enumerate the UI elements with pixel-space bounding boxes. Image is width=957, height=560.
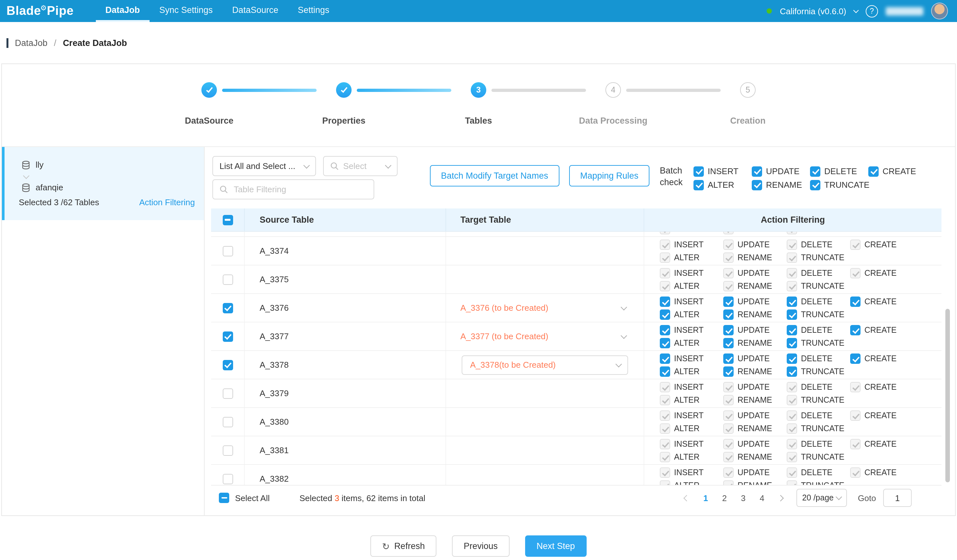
checkbox-delete[interactable] [787,439,797,449]
checkbox-delete[interactable] [787,325,797,335]
checkbox-truncate[interactable] [787,252,797,263]
checkbox-delete[interactable] [787,240,797,250]
checkbox-insert[interactable] [660,439,670,449]
checkbox-create[interactable] [850,325,861,335]
row-checkbox[interactable] [223,303,233,313]
next-page-button[interactable] [772,489,789,506]
checkbox-update[interactable] [723,439,734,449]
row-checkbox[interactable] [223,388,233,399]
select-all-checkbox[interactable] [219,493,229,503]
row-checkbox[interactable] [223,445,233,456]
checkbox-update[interactable] [723,297,734,307]
avatar[interactable] [931,3,948,19]
checkbox-alter[interactable] [660,423,670,434]
checkbox-rename[interactable] [723,281,734,291]
list-mode-select[interactable]: List All and Select ... [212,156,316,176]
vertical-scrollbar[interactable] [945,309,950,482]
checkbox-delete[interactable] [787,353,797,364]
batch-checkbox-create[interactable] [868,166,879,177]
checkbox-truncate[interactable] [787,366,797,377]
table-filter-input[interactable] [232,184,367,195]
checkbox-truncate[interactable] [787,395,797,405]
batch-checkbox-update[interactable] [752,166,762,177]
checkbox-insert[interactable] [660,467,670,478]
batch-modify-target-names-button[interactable]: Batch Modify Target Names [430,165,559,186]
checkbox-insert[interactable] [660,240,670,250]
row-checkbox[interactable] [223,246,233,256]
checkbox-alter[interactable] [660,480,670,485]
checkbox-truncate[interactable] [787,480,797,485]
region-selector[interactable]: California (v0.6.0) [780,6,846,16]
db-pair-panel[interactable]: lly afanqie Selected 3 /62 Tables Action… [2,147,204,220]
checkbox-rename[interactable] [723,252,734,263]
checkbox-alter[interactable] [660,252,670,263]
checkbox-create[interactable] [850,240,861,250]
app-logo[interactable]: Blade⚙Pipe [6,0,74,22]
checkbox-create[interactable] [850,439,861,449]
row-checkbox[interactable] [223,473,233,484]
checkbox-create[interactable] [850,382,861,392]
checkbox-alter[interactable] [660,281,670,291]
breadcrumb-parent[interactable]: DataJob [15,38,47,47]
page-size-select[interactable]: 20 /page [796,489,847,507]
checkbox-create[interactable] [850,268,861,278]
checkbox-insert[interactable] [660,297,670,307]
checkbox-update[interactable] [723,325,734,335]
checkbox-alter[interactable] [660,395,670,405]
row-checkbox[interactable] [223,416,233,427]
nav-item-sync-settings[interactable]: Sync Settings [150,0,223,22]
checkbox-truncate[interactable] [787,338,797,348]
checkbox-create[interactable] [850,297,861,307]
checkbox-rename[interactable] [723,480,734,485]
prev-page-button[interactable] [679,489,695,506]
checkbox-insert[interactable] [660,410,670,421]
checkbox-delete[interactable] [787,268,797,278]
checkbox-update[interactable] [723,467,734,478]
mapping-rules-button[interactable]: Mapping Rules [569,165,649,186]
checkbox-rename[interactable] [723,452,734,462]
checkbox-rename[interactable] [723,338,734,348]
chevron-down-icon[interactable] [853,8,859,13]
checkbox-insert[interactable] [660,353,670,364]
checkbox-alter[interactable] [660,366,670,377]
action-filtering-link[interactable]: Action Filtering [139,197,195,207]
checkbox-truncate[interactable] [787,423,797,434]
batch-checkbox-truncate[interactable] [810,180,820,190]
checkbox-create[interactable] [850,467,861,478]
help-icon[interactable]: ? [866,5,878,17]
page-button-3[interactable]: 3 [735,489,752,506]
checkbox-create[interactable] [850,353,861,364]
checkbox-rename[interactable] [723,232,734,234]
checkbox-update[interactable] [723,410,734,421]
goto-page-input[interactable] [883,489,912,507]
checkbox-delete[interactable] [787,382,797,392]
checkbox-update[interactable] [723,353,734,364]
checkbox-delete[interactable] [787,467,797,478]
checkbox-rename[interactable] [723,309,734,320]
checkbox-truncate[interactable] [787,281,797,291]
checkbox-truncate[interactable] [787,452,797,462]
batch-checkbox-rename[interactable] [752,180,762,190]
target-table-select[interactable]: A_3376 (to be Created) [446,294,644,322]
checkbox-rename[interactable] [723,395,734,405]
page-button-1[interactable]: 1 [697,489,714,506]
row-checkbox[interactable] [223,360,233,370]
checkbox-alter[interactable] [660,232,670,234]
nav-item-datajob[interactable]: DataJob [96,0,150,22]
checkbox-delete[interactable] [787,297,797,307]
checkbox-insert[interactable] [660,325,670,335]
checkbox-rename[interactable] [723,423,734,434]
checkbox-update[interactable] [723,268,734,278]
refresh-button[interactable]: ↻Refresh [370,535,436,557]
page-button-4[interactable]: 4 [754,489,771,506]
previous-button[interactable]: Previous [452,535,509,557]
target-table-select[interactable]: A_3378(to be Created) [462,355,628,374]
checkbox-alter[interactable] [660,338,670,348]
row-checkbox[interactable] [223,274,233,284]
checkbox-insert[interactable] [660,268,670,278]
row-checkbox[interactable] [223,331,233,341]
nav-item-datasource[interactable]: DataSource [223,0,288,22]
checkbox-rename[interactable] [723,366,734,377]
checkbox-alter[interactable] [660,309,670,320]
column-select[interactable]: Select [323,156,398,176]
